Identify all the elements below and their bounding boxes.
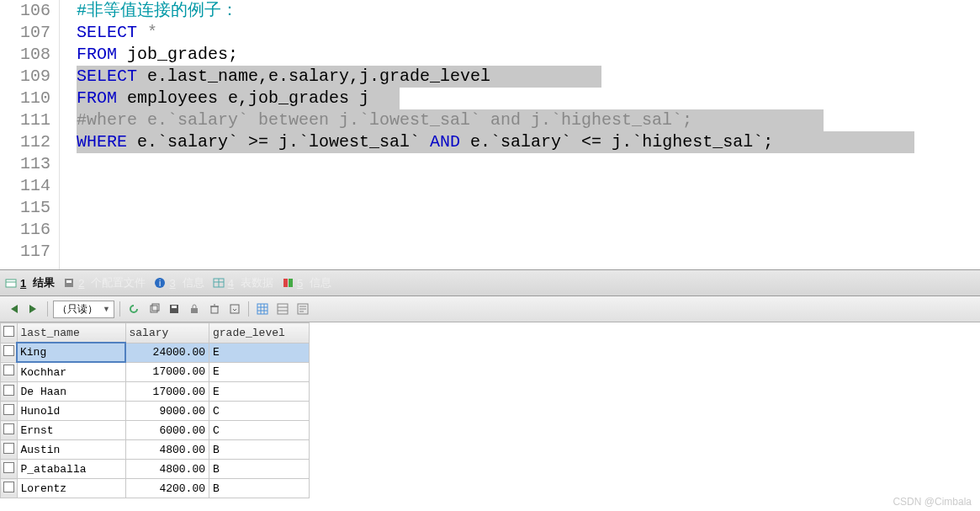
- tab-信息[interactable]: 5 信息: [282, 275, 331, 290]
- cell-salary[interactable]: 4800.00: [125, 440, 209, 460]
- code-line[interactable]: FROM employees e,job_grades j: [77, 88, 980, 109]
- cell-last_name[interactable]: Austin: [17, 440, 125, 460]
- table-row[interactable]: Kochhar17000.00E: [1, 362, 310, 382]
- table-row[interactable]: P_ataballa4800.00B: [1, 460, 310, 479]
- svg-rect-14: [172, 306, 177, 308]
- tab-label: 信息: [310, 275, 331, 290]
- line-number: 117: [0, 241, 50, 263]
- tab-结果[interactable]: 1 结果: [5, 275, 55, 290]
- cell-last_name[interactable]: De Haan: [17, 382, 125, 402]
- svg-rect-23: [278, 304, 288, 314]
- column-header-grade_level[interactable]: grade_level: [209, 323, 310, 343]
- table-row[interactable]: Ernst6000.00C: [1, 421, 310, 440]
- code-line[interactable]: FROM job_grades;: [77, 44, 980, 66]
- code-line[interactable]: SELECT e.last_name,e.salary,j.grade_leve…: [77, 66, 980, 88]
- row-checkbox[interactable]: [3, 482, 14, 492]
- code-line[interactable]: #非等值连接的例子：: [77, 0, 980, 22]
- info-icon: i: [154, 277, 166, 289]
- form-view-icon[interactable]: [274, 301, 291, 317]
- nav-first-icon[interactable]: [5, 301, 22, 317]
- table-row[interactable]: King24000.00E: [1, 343, 310, 362]
- row-checkbox[interactable]: [3, 462, 14, 473]
- cell-salary[interactable]: 4800.00: [125, 460, 209, 479]
- tab-个配置文件[interactable]: 2 个配置文件: [63, 275, 146, 290]
- table-row[interactable]: Hunold9000.00C: [1, 402, 310, 421]
- column-header-last_name[interactable]: last_name: [17, 323, 125, 343]
- cell-grade_level[interactable]: B: [209, 440, 310, 460]
- svg-rect-15: [191, 308, 198, 313]
- copy-icon[interactable]: [146, 301, 162, 317]
- svg-rect-11: [151, 306, 157, 312]
- read-mode-dropdown[interactable]: （只读） ▼: [53, 301, 114, 318]
- cell-last_name[interactable]: Hunold: [17, 402, 125, 421]
- column-header-salary[interactable]: salary: [125, 323, 209, 343]
- cell-grade_level[interactable]: B: [209, 460, 310, 479]
- cell-last_name[interactable]: Kochhar: [17, 362, 125, 382]
- code-line[interactable]: #where e.`salary` between j.`lowest_sal`…: [77, 109, 980, 131]
- line-number: 109: [0, 66, 50, 88]
- cell-salary[interactable]: 9000.00: [125, 402, 209, 421]
- cell-grade_level[interactable]: E: [209, 343, 310, 362]
- cell-grade_level[interactable]: E: [209, 362, 310, 382]
- tab-label: 信息: [183, 275, 204, 290]
- row-checkbox[interactable]: [3, 423, 14, 434]
- row-checkbox[interactable]: [3, 385, 14, 396]
- cell-salary[interactable]: 24000.00: [125, 343, 209, 362]
- line-number: 106: [0, 0, 50, 22]
- text-view-icon[interactable]: [294, 301, 311, 317]
- line-number: 108: [0, 44, 50, 66]
- row-checkbox[interactable]: [3, 365, 14, 375]
- line-number: 107: [0, 22, 50, 44]
- svg-rect-3: [66, 280, 72, 283]
- result-toolbar: （只读） ▼: [0, 296, 980, 322]
- table-row[interactable]: Austin4800.00B: [1, 440, 310, 460]
- cell-last_name[interactable]: P_ataballa: [17, 460, 125, 479]
- cell-last_name[interactable]: Lorentz: [17, 479, 125, 498]
- delete-icon[interactable]: [206, 301, 223, 317]
- row-checkbox[interactable]: [3, 404, 14, 415]
- cell-last_name[interactable]: Ernst: [17, 421, 125, 440]
- cell-grade_level[interactable]: C: [209, 421, 310, 440]
- code-editor[interactable]: 106107108109110111112113114115116117 #非等…: [0, 0, 980, 269]
- export-icon[interactable]: [226, 301, 243, 317]
- svg-rect-12: [152, 304, 159, 311]
- cell-salary[interactable]: 17000.00: [125, 382, 209, 402]
- code-line[interactable]: WHERE e.`salary` >= j.`lowest_sal` AND e…: [77, 131, 980, 153]
- svg-rect-18: [257, 304, 268, 314]
- row-checkbox[interactable]: [3, 345, 14, 356]
- cell-last_name[interactable]: King: [17, 343, 125, 362]
- code-area[interactable]: #非等值连接的例子：SELECT *FROM job_grades;SELECT…: [60, 0, 980, 269]
- select-all-checkbox[interactable]: [3, 326, 14, 337]
- grid-view-icon[interactable]: [254, 301, 271, 317]
- tab-label: 表数据: [241, 275, 273, 290]
- line-number: 110: [0, 88, 50, 109]
- row-checkbox[interactable]: [3, 443, 14, 454]
- read-mode-label: （只读）: [57, 302, 98, 317]
- cell-salary[interactable]: 6000.00: [125, 421, 209, 440]
- code-line[interactable]: SELECT *: [77, 22, 980, 44]
- line-number: 111: [0, 109, 50, 131]
- tab-信息[interactable]: i3 信息: [154, 275, 204, 290]
- tab-表数据[interactable]: 4 表数据: [213, 275, 273, 290]
- tab-label: 结果: [33, 275, 55, 290]
- refresh-icon[interactable]: [125, 301, 142, 317]
- results-table[interactable]: last_namesalarygrade_levelKing24000.00EK…: [0, 322, 310, 498]
- cell-salary[interactable]: 17000.00: [125, 362, 209, 382]
- profile-icon: [63, 277, 75, 289]
- table-row[interactable]: De Haan17000.00E: [1, 382, 310, 402]
- tabledata-icon: [213, 277, 225, 289]
- nav-last-icon[interactable]: [25, 301, 42, 317]
- cell-salary[interactable]: 4200.00: [125, 479, 209, 498]
- cell-grade_level[interactable]: C: [209, 402, 310, 421]
- lock-icon[interactable]: [186, 301, 203, 317]
- line-number: 115: [0, 197, 50, 219]
- cell-grade_level[interactable]: B: [209, 479, 310, 498]
- result-icon: [5, 277, 17, 289]
- table-row[interactable]: Lorentz4200.00B: [1, 479, 310, 498]
- tab-label: 个配置文件: [91, 275, 146, 290]
- save-icon[interactable]: [166, 301, 183, 317]
- line-number: 116: [0, 219, 50, 241]
- line-number: 114: [0, 175, 50, 197]
- cell-grade_level[interactable]: E: [209, 382, 310, 402]
- svg-rect-10: [289, 279, 293, 287]
